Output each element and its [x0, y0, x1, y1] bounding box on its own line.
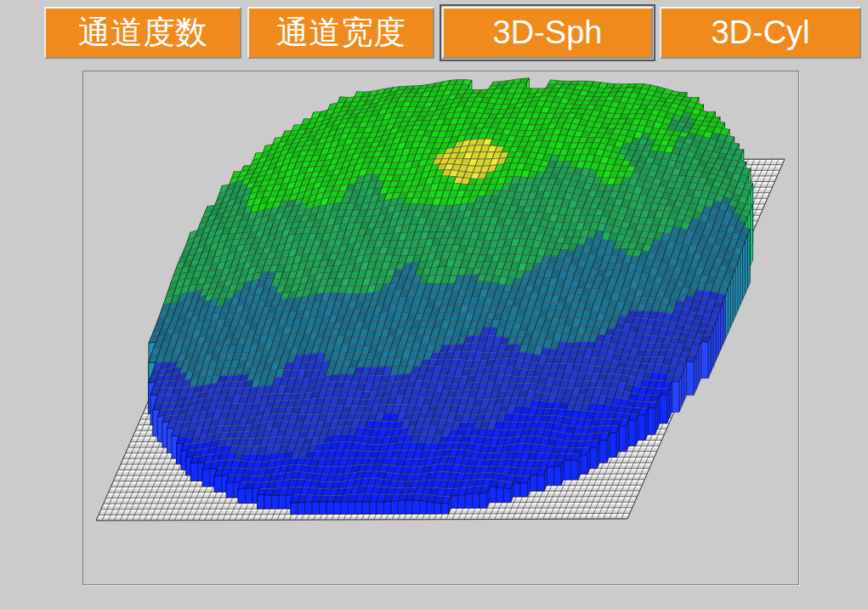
button-channel-width-label: 通道宽度 [276, 16, 406, 48]
button-channel-degrees[interactable]: 通道度数 [44, 7, 241, 59]
button-3d-cyl[interactable]: 3D-Cyl [660, 7, 861, 59]
button-3d-sph-label: 3D-Sph [493, 16, 603, 48]
surface-3d-view[interactable] [83, 71, 798, 584]
button-channel-width[interactable]: 通道宽度 [247, 7, 434, 59]
button-3d-sph[interactable]: 3D-Sph [442, 7, 653, 59]
app-window: 通道度数 通道宽度 3D-Sph 3D-Cyl [0, 0, 868, 609]
button-channel-degrees-label: 通道度数 [78, 16, 207, 48]
button-3d-cyl-label: 3D-Cyl [711, 16, 809, 48]
surface-3d-panel [82, 71, 799, 585]
